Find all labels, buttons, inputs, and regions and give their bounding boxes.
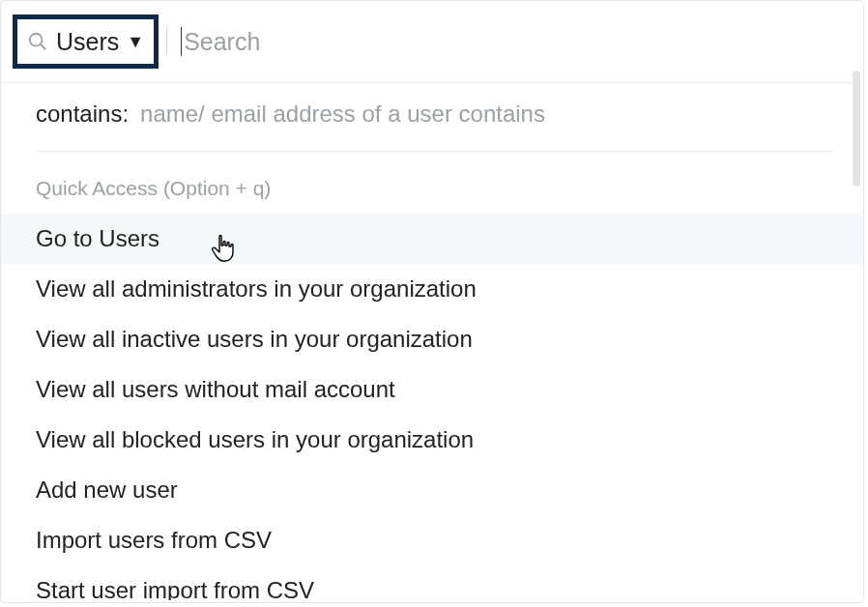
search-dropdown-panel: Users ▼ contains: name/ email address of… <box>0 0 864 603</box>
quick-access-item-add-user[interactable]: Add new user <box>36 465 840 515</box>
hint-description: name/ email address of a user contains <box>140 101 545 128</box>
search-icon <box>27 31 48 52</box>
search-hint-row[interactable]: contains: name/ email address of a user … <box>36 101 832 152</box>
quick-access-heading: Quick Access (Option + q) <box>36 177 840 200</box>
quick-access-item-view-admins[interactable]: View all administrators in your organiza… <box>36 264 840 314</box>
list-item-label: View all users without mail account <box>36 376 395 402</box>
svg-point-0 <box>30 34 43 46</box>
scrollbar[interactable] <box>853 71 860 596</box>
list-item-label: View all administrators in your organiza… <box>36 275 477 302</box>
scrollbar-thumb[interactable] <box>853 71 860 187</box>
vertical-divider <box>166 27 167 56</box>
scope-label: Users <box>56 28 119 56</box>
text-cursor <box>181 27 182 56</box>
quick-access-item-no-mail[interactable]: View all users without mail account <box>36 364 840 415</box>
list-item-label: Import users from CSV <box>36 527 272 553</box>
quick-access-item-go-to-users[interactable]: Go to Users <box>1 214 863 264</box>
svg-line-1 <box>41 44 46 50</box>
quick-access-item-start-import[interactable]: Start user import from CSV <box>36 565 840 600</box>
quick-access-item-view-inactive[interactable]: View all inactive users in your organiza… <box>36 314 840 364</box>
scope-selector[interactable]: Users ▼ <box>13 14 159 69</box>
chevron-down-icon: ▼ <box>127 32 144 52</box>
hint-key: contains: <box>36 101 129 128</box>
list-item-label: Start user import from CSV <box>36 577 314 600</box>
quick-access-item-import-csv[interactable]: Import users from CSV <box>36 515 840 565</box>
quick-access-item-blocked[interactable]: View all blocked users in your organizat… <box>36 415 840 465</box>
list-item-label: Add new user <box>36 477 178 503</box>
quick-access-list: Go to Users View all administrators in y… <box>36 214 840 600</box>
dropdown-content: contains: name/ email address of a user … <box>1 82 863 600</box>
list-item-label: Go to Users <box>36 225 159 251</box>
search-bar: Users ▼ <box>1 1 863 82</box>
list-item-label: View all inactive users in your organiza… <box>36 326 473 352</box>
search-input-wrapper <box>181 27 863 56</box>
list-item-label: View all blocked users in your organizat… <box>36 426 474 452</box>
search-input[interactable] <box>184 28 863 56</box>
